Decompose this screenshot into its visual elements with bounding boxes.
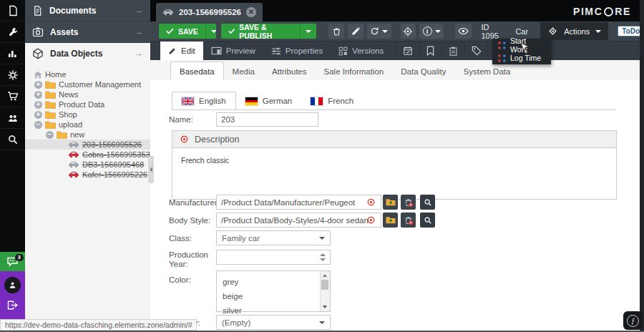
country-select[interactable]: (Empty) [216,315,331,330]
reports-button[interactable] [441,42,464,60]
tree-section-documents[interactable]: Documents → [25,0,150,21]
save-publish-button-main[interactable]: SAVE & PUBLISH [221,24,301,39]
toolbar-primary: SAVE SAVE & PUBLISH i ID 1095 Car Action… [150,21,644,41]
rail-chat-button[interactable]: 3 [0,252,25,271]
open-object-tab[interactable]: 203-1566995526 ✕ [156,3,263,21]
scroll-up-icon[interactable] [323,274,327,277]
schedule-button[interactable] [396,42,419,60]
tab-edit[interactable]: Edit [160,42,203,60]
save-publish-button[interactable]: SAVE & PUBLISH [221,24,317,39]
info-button[interactable]: i [419,24,444,39]
description-editor[interactable]: French classic [172,148,617,200]
body-style-search-button[interactable] [420,213,435,228]
scroll-down-icon[interactable] [323,306,327,308]
tree-item-home[interactable]: Home [25,69,150,79]
manufacturer-search-button[interactable] [420,195,435,210]
collapse-minus-icon[interactable]: − [34,121,42,129]
color-option-grey[interactable]: grey [217,275,330,289]
scrollbar-thumb[interactable] [321,280,328,290]
rail-file-button[interactable] [0,0,25,21]
expand-plus-icon[interactable]: + [34,111,42,119]
class-select[interactable]: Family car [216,230,331,245]
production-year-spinner[interactable] [216,250,331,265]
tree-item-shop[interactable]: + Shop [25,109,150,119]
rail-reports-button[interactable] [0,43,25,64]
collapse-minus-icon[interactable]: − [46,131,54,139]
panel-splitter-handle[interactable] [148,156,154,183]
folder-icon [45,91,56,99]
tree-section-assets[interactable]: Assets → [25,21,150,43]
lang-tab-english[interactable]: English [172,92,236,109]
save-button[interactable]: SAVE [159,24,216,39]
color-scrollbar[interactable] [320,271,330,311]
save-button-main[interactable]: SAVE [159,24,205,39]
rename-button[interactable] [348,24,364,39]
menu-item-start-work[interactable]: Start Work [492,39,551,52]
save-publish-dropdown-caret[interactable] [300,24,316,39]
body-style-input[interactable] [216,213,381,228]
lang-tab-label: German [263,97,293,105]
rail-tools-button[interactable] [0,21,25,43]
tree-item-product-data[interactable]: + Product Data [25,99,150,109]
rail-customers-button[interactable] [0,107,25,129]
tree-item-kafer[interactable]: Kafer-1566995226 [25,170,150,180]
name-label: Name: [169,115,193,124]
tab-preview[interactable]: Preview [203,42,263,60]
tree-section-data-objects[interactable]: Data Objects → [25,43,150,64]
notes-button[interactable] [419,42,441,60]
tree-item-label: News [59,90,79,99]
tree-section-label: Documents [49,6,127,16]
workflow-diamond-icon [547,26,558,36]
expand-plus-icon[interactable]: + [34,81,42,89]
tree-item-label: DB3-1566995468 [82,160,144,169]
name-input[interactable] [216,112,318,127]
manufacturer-remove-button[interactable] [401,195,416,210]
spinner-down-icon[interactable] [320,258,326,261]
subtab-system-data[interactable]: System Data [455,62,519,80]
subtab-media[interactable]: Media [224,62,263,80]
rail-search-button[interactable] [0,129,25,150]
body-style-remove-button[interactable] [401,213,416,228]
lang-tab-french[interactable]: French [301,92,363,109]
tab-properties[interactable]: Properties [263,42,331,60]
tab-versions[interactable]: Versions [331,42,391,60]
body-style-open-button[interactable] [383,213,398,228]
subtab-data-quality[interactable]: Data Quality [392,62,454,80]
spinner-up-icon[interactable] [320,253,326,256]
actions-dropdown-button[interactable]: Actions [540,22,608,40]
corner-widget-button[interactable]: f [623,311,643,330]
lang-tab-german[interactable]: German [236,92,302,109]
tags-button[interactable] [464,42,487,60]
subtab-basedata[interactable]: Basedata [170,62,224,81]
subtab-attributes[interactable]: Attributes [263,62,316,80]
target-icon [403,26,413,36]
color-multiselect[interactable]: grey beige silver [216,270,331,312]
tree-item-db3[interactable]: DB3-1566995468 [25,160,150,170]
tree-item-customer-management[interactable]: + Customer Management [25,79,150,89]
tree-item-news[interactable]: + News [25,89,150,99]
data-objects-tree: Home + Customer Management + News + Prod… [25,69,150,180]
tab-label: Preview [226,47,255,55]
rail-ecommerce-button[interactable] [0,86,25,107]
tree-item-upload[interactable]: − upload [25,119,150,130]
color-option-beige[interactable]: beige [217,289,330,303]
save-dropdown-caret[interactable] [205,24,216,39]
expand-plus-icon[interactable]: + [34,101,42,109]
tree-item-new[interactable]: − new [25,130,150,140]
subtab-sale-information[interactable]: Sale Information [316,62,393,80]
logout-icon[interactable] [6,300,19,311]
trash-icon [332,26,341,36]
manufacturer-open-button[interactable] [383,195,398,210]
manufacturer-input[interactable] [216,195,381,210]
expand-plus-icon[interactable]: + [34,91,42,99]
open-preview-button[interactable] [455,24,472,39]
tree-item-cobra[interactable]: Cobra-1566995353 [25,150,150,160]
reload-button[interactable] [367,24,391,39]
user-avatar[interactable] [4,277,21,293]
locate-in-tree-button[interactable] [401,24,416,39]
tree-item-203-selected[interactable]: 203-1566995526 [25,140,150,150]
close-icon[interactable]: ✕ [246,7,256,17]
delete-button[interactable] [328,24,344,39]
rail-settings-button[interactable] [0,64,25,86]
tree-item-label: 203-1566995526 [82,140,142,149]
